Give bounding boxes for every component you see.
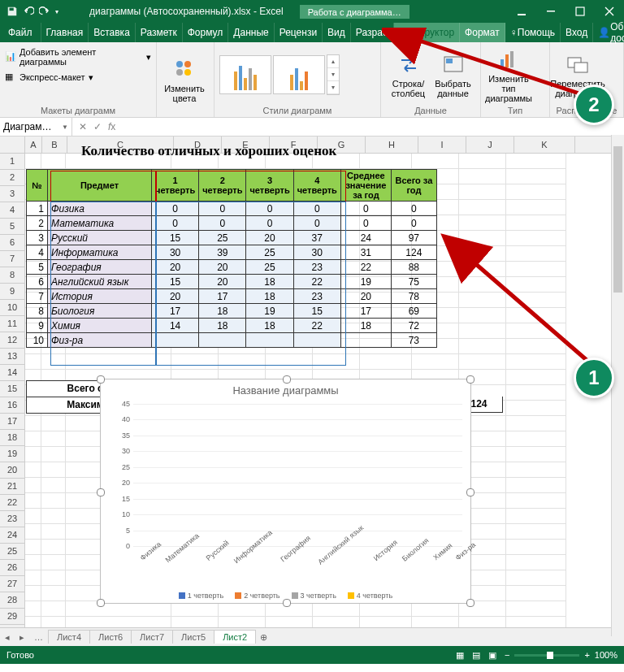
dropdown-icon[interactable]: ▼ (62, 124, 68, 131)
tab-developer[interactable]: Разраб (351, 23, 394, 42)
sheet-tab[interactable]: Лист4 (48, 630, 90, 644)
tab-home[interactable]: Главная (41, 23, 89, 42)
tab-chart-design[interactable]: Конструктор (394, 23, 460, 42)
view-normal-icon[interactable]: ▦ (456, 650, 464, 661)
col-header[interactable]: K (514, 137, 575, 153)
qat-more-icon[interactable]: ▾ (55, 8, 58, 15)
tab-file[interactable]: Файл (0, 23, 41, 42)
zoom-in-icon[interactable]: + (584, 650, 589, 660)
change-chart-type-button[interactable]: Изменить тип диаграммы (486, 46, 531, 103)
tab-chart-format[interactable]: Формат (460, 23, 505, 42)
minimize-button[interactable] (536, 0, 566, 23)
row-header[interactable]: 23 (0, 511, 24, 527)
tab-share[interactable]: 👤 Общий доступ (593, 23, 624, 42)
scrollbar-thumb[interactable] (613, 146, 622, 293)
row-header[interactable]: 13 (0, 349, 24, 365)
switch-row-column-button[interactable]: Строка/ столбец (386, 51, 431, 98)
row-header[interactable]: 14 (0, 365, 24, 381)
new-sheet-button[interactable]: ⊕ (255, 632, 272, 643)
view-page-icon[interactable]: ▤ (472, 650, 480, 661)
row-header[interactable]: 22 (0, 495, 24, 511)
sheet-tab[interactable]: Лист5 (172, 630, 214, 644)
worksheet[interactable]: ABCDEFGHIJK 1234567891011121314151617181… (0, 137, 624, 627)
row-header[interactable]: 15 (0, 381, 24, 397)
row-header[interactable]: 8 (0, 267, 24, 284)
col-header[interactable]: B (42, 137, 67, 153)
row-header[interactable]: 28 (0, 592, 24, 609)
save-icon[interactable] (6, 6, 18, 17)
sheet-tab[interactable]: Лист7 (131, 630, 173, 644)
gallery-scroll[interactable]: ▴▾▾ (327, 54, 340, 95)
row-header[interactable]: 9 (0, 284, 24, 300)
add-chart-element-button[interactable]: 📊Добавить элемент диаграммы ▾ (5, 46, 151, 68)
row-header[interactable]: 18 (0, 430, 24, 446)
row-header[interactable]: 11 (0, 316, 24, 332)
tab-nav-next[interactable]: ▸ (15, 632, 29, 643)
tab-page-layout[interactable]: Разметк (136, 23, 183, 42)
fx-icon[interactable]: fx (108, 121, 115, 132)
svg-rect-12 (510, 51, 514, 67)
sheet-tab[interactable]: Лист2 (214, 630, 256, 644)
style-thumb[interactable] (219, 55, 271, 94)
col-header[interactable]: H (366, 137, 418, 153)
add-element-label: Добавить элемент диаграммы (20, 47, 143, 67)
col-header[interactable]: I (418, 137, 466, 153)
row-header[interactable]: 24 (0, 527, 24, 544)
row-header[interactable]: 6 (0, 235, 24, 251)
cancel-icon[interactable]: ✕ (79, 121, 87, 132)
quick-layout-button[interactable]: ▦Экспресс-макет ▾ (5, 70, 93, 85)
row-header[interactable]: 20 (0, 462, 24, 479)
row-header[interactable]: 7 (0, 251, 24, 267)
row-header[interactable]: 27 (0, 576, 24, 592)
tab-view[interactable]: Вид (323, 23, 351, 42)
tab-data[interactable]: Данные (228, 23, 274, 42)
chart-plot-area[interactable]: 051015202530354045 (133, 404, 462, 546)
row-header[interactable]: 3 (0, 186, 24, 202)
row-header[interactable]: 4 (0, 202, 24, 219)
change-colors-button[interactable]: Изменить цвета (162, 56, 207, 103)
row-header[interactable]: 12 (0, 332, 24, 349)
chart-title[interactable]: Название диаграммы (101, 384, 470, 397)
tab-review[interactable]: Рецензи (275, 23, 323, 42)
view-break-icon[interactable]: ▣ (488, 650, 496, 661)
row-header[interactable]: 17 (0, 414, 24, 430)
row-header[interactable]: 5 (0, 219, 24, 235)
row-header[interactable]: 25 (0, 544, 24, 560)
row-header[interactable]: 21 (0, 479, 24, 495)
row-header[interactable]: 26 (0, 560, 24, 576)
tab-insert[interactable]: Вставка (89, 23, 136, 42)
chart-styles-gallery[interactable]: ▴▾▾ (219, 54, 340, 95)
row-header[interactable]: 19 (0, 446, 24, 462)
redo-icon[interactable] (39, 6, 50, 17)
select-all-corner[interactable] (0, 137, 25, 153)
undo-icon[interactable] (23, 6, 34, 17)
tab-signin[interactable]: Вход (561, 23, 593, 42)
row-headers: 1234567891011121314151617181920212223242… (0, 154, 25, 627)
name-box[interactable]: Диаграм…▼ (0, 118, 72, 136)
row-header[interactable]: 16 (0, 397, 24, 414)
close-button[interactable] (595, 0, 624, 23)
palette-icon (171, 56, 197, 82)
tab-nav-prev[interactable]: ◂ (0, 632, 15, 643)
zoom-value[interactable]: 100% (595, 650, 618, 660)
zoom-slider[interactable] (514, 654, 579, 657)
tab-tell-me[interactable]: ♀ Помощь (505, 23, 561, 42)
style-thumb[interactable] (273, 55, 325, 94)
row-header[interactable]: 1 (0, 154, 24, 170)
embedded-chart[interactable]: Название диаграммы 051015202530354045 Фи… (100, 379, 471, 604)
row-header[interactable]: 2 (0, 170, 24, 186)
row-header[interactable]: 29 (0, 609, 24, 625)
col-header[interactable]: A (25, 137, 42, 153)
zoom-control[interactable]: − + 100% (505, 650, 618, 660)
maximize-button[interactable] (566, 0, 595, 23)
col-header[interactable]: J (466, 137, 514, 153)
row-header[interactable]: 30 (0, 625, 24, 627)
select-data-button[interactable]: Выбрать данные (431, 51, 475, 98)
zoom-out-icon[interactable]: − (505, 650, 509, 660)
ribbon-options-icon[interactable] (507, 0, 536, 23)
enter-icon[interactable]: ✓ (93, 121, 102, 132)
sheet-tab[interactable]: Лист6 (89, 630, 132, 644)
vertical-scrollbar[interactable] (611, 135, 624, 636)
tab-formulas[interactable]: Формул (183, 23, 229, 42)
row-header[interactable]: 10 (0, 300, 24, 316)
